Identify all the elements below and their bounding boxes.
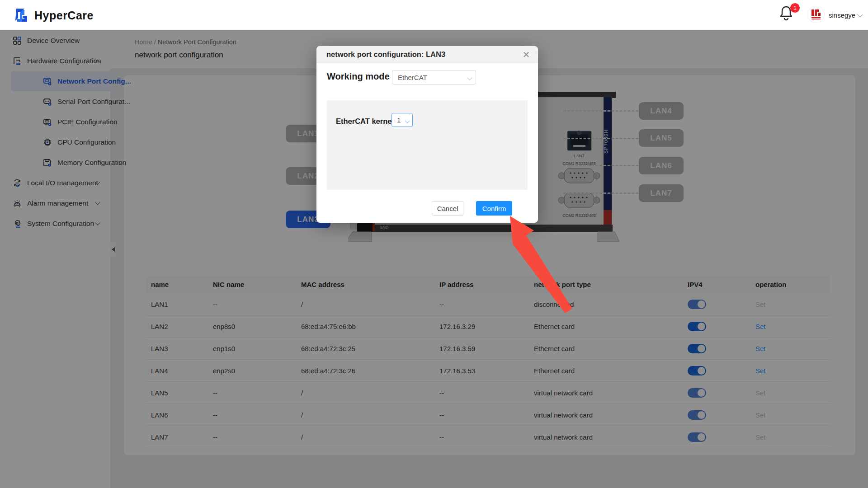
modal-header: network port configuration: LAN3 ✕ <box>316 46 538 63</box>
app-logo: HyperCare <box>11 6 94 25</box>
network-port-config-modal: network port configuration: LAN3 ✕ Worki… <box>316 46 538 223</box>
ethercat-kernel-panel: EtherCAT kernel： 1 <box>327 100 528 190</box>
chevron-down-icon <box>405 118 410 123</box>
avatar-logo-mark <box>809 8 823 21</box>
close-icon[interactable]: ✕ <box>521 49 532 60</box>
modal-footer: Cancel Confirm <box>316 201 538 216</box>
working-mode-label: Working mode <box>327 71 390 82</box>
working-mode-select[interactable]: EtherCAT <box>392 70 476 84</box>
user-menu-chevron-down-icon[interactable] <box>857 12 863 18</box>
avatar[interactable] <box>807 6 825 23</box>
app-header: HyperCare 1 sinsegye <box>0 0 868 30</box>
confirm-button[interactable]: Confirm <box>476 201 512 216</box>
hypercare-logo-icon <box>11 6 30 25</box>
modal-title: network port configuration: LAN3 <box>326 50 445 59</box>
working-mode-value: EtherCAT <box>398 74 427 81</box>
logo-text: HyperCare <box>34 9 94 22</box>
username-label: sinsegye <box>829 11 855 19</box>
notification-badge: 1 <box>790 3 800 13</box>
ethercat-kernel-value: 1 <box>397 116 401 124</box>
cancel-button[interactable]: Cancel <box>432 201 463 216</box>
ethercat-kernel-select[interactable]: 1 <box>392 113 413 127</box>
chevron-down-icon <box>467 75 472 80</box>
